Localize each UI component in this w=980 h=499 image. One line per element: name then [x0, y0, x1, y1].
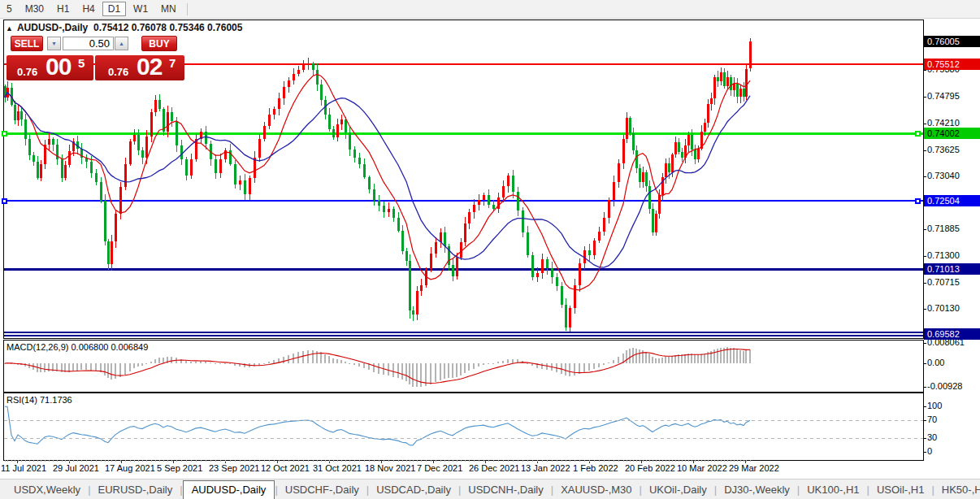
candle: [76, 141, 79, 149]
macd-bar: [239, 363, 241, 367]
date-minor-tick: [379, 460, 379, 462]
candle: [687, 135, 690, 145]
date-minor-tick: [120, 460, 121, 462]
tab-dj30-weekly[interactable]: DJ30-,Weekly: [717, 482, 797, 497]
date-minor-tick: [91, 460, 92, 462]
macd-bar: [124, 363, 126, 375]
rsi-pane[interactable]: [3, 393, 924, 461]
candle: [478, 200, 480, 205]
price-axis-label: 0.73040: [927, 171, 960, 180]
buy-price-display[interactable]: 0.76 02 7: [95, 55, 184, 80]
tab-hk50-h1[interactable]: HK50-,H1: [934, 482, 980, 497]
candle: [464, 223, 466, 241]
candle: [710, 98, 713, 104]
collapse-triangle-icon[interactable]: ▲: [6, 24, 13, 33]
macd-bar: [478, 363, 479, 367]
date-minor-tick: [321, 460, 322, 462]
macd-bar: [574, 363, 575, 375]
macd-bar: [468, 363, 470, 371]
macd-bar: [684, 354, 686, 363]
date-minor-tick: [643, 460, 644, 462]
tab-usdcnh-daily[interactable]: USDCNH-,Daily: [461, 482, 550, 497]
macd-bar: [588, 363, 590, 371]
date-minor-tick: [575, 460, 575, 462]
tab-usoil-h1[interactable]: USOil-,H1: [869, 482, 932, 497]
macd-bar: [40, 363, 41, 372]
date-minor-tick: [398, 460, 399, 462]
macd-bar: [210, 362, 211, 363]
candle: [425, 269, 427, 285]
volume-increase-button[interactable]: ▲: [115, 37, 128, 50]
candle: [373, 189, 375, 200]
macd-axis-tick: [923, 343, 926, 344]
date-minor-tick: [303, 460, 304, 462]
buy-button[interactable]: BUY: [141, 36, 177, 51]
candle: [185, 159, 188, 176]
macd-bar: [378, 363, 379, 374]
macd-bar: [730, 348, 731, 363]
date-minor-tick: [53, 460, 54, 462]
macd-bar: [546, 363, 548, 370]
date-minor-tick: [138, 460, 139, 462]
candle: [328, 115, 331, 129]
tab-xauusd-m30[interactable]: XAUUSD-,M30: [553, 482, 639, 497]
macd-bar: [613, 360, 614, 363]
macd-bar: [302, 351, 304, 363]
chart-stage[interactable]: 0.753800.747950.742100.736250.730400.718…: [0, 0, 980, 499]
macd-bar: [332, 358, 334, 363]
macd-bar: [293, 354, 294, 363]
rsi-axis-label: 70: [927, 414, 937, 424]
tab-uk100-h1[interactable]: UK100-,H1: [800, 482, 866, 497]
volume-decrease-button[interactable]: ▼: [47, 37, 61, 50]
candle: [320, 85, 323, 99]
date-minor-tick: [609, 460, 609, 462]
tab-usdchf-daily[interactable]: USDCHF-,Daily: [278, 482, 366, 497]
date-minor-tick: [240, 460, 241, 462]
candle: [111, 241, 113, 264]
candle: [176, 121, 178, 145]
date-minor-tick: [523, 460, 523, 462]
date-minor-tick: [552, 460, 553, 462]
chart-ohlc-values: 0.75412 0.76078 0.75346 0.76005: [93, 22, 243, 33]
candle: [448, 246, 450, 264]
sell-button[interactable]: SELL: [11, 36, 43, 51]
rsi-axis-tick: [923, 406, 926, 407]
macd-bar: [17, 363, 19, 365]
volume-input[interactable]: 0.50: [63, 37, 114, 50]
date-minor-tick: [740, 460, 741, 462]
date-minor-tick: [744, 460, 744, 462]
date-minor-tick: [96, 460, 97, 462]
tab-usdcad-daily[interactable]: USDCAD-,Daily: [369, 482, 458, 497]
candle: [684, 145, 687, 158]
date-minor-tick: [402, 460, 403, 462]
macd-bar: [107, 363, 109, 378]
macd-bar: [687, 354, 689, 363]
macd-bar: [713, 349, 715, 363]
candle: [507, 176, 510, 186]
candle: [180, 145, 183, 159]
candle: [626, 118, 628, 139]
candle: [288, 80, 290, 87]
chart-title: ▲AUDUSD-,Daily 0.75412 0.76078 0.75346 0…: [6, 22, 242, 33]
sell-price-main: 00: [46, 55, 71, 80]
date-minor-tick: [636, 460, 637, 462]
date-minor-tick: [488, 460, 489, 462]
candle: [739, 89, 742, 97]
date-minor-tick: [746, 460, 747, 462]
candle: [52, 139, 54, 145]
date-axis-label: 20 Feb 2022: [625, 463, 675, 473]
date-minor-tick: [7, 460, 8, 462]
candle: [353, 150, 356, 158]
date-axis-label: 11 Jul 2021: [1, 463, 46, 473]
tab-usdx-weekly[interactable]: USDX,Weekly: [7, 482, 88, 497]
tab-ukoil-daily[interactable]: UKOil-,Daily: [642, 482, 714, 497]
sell-price-display[interactable]: 0.76 00 5: [7, 55, 93, 80]
macd-bar: [363, 363, 365, 368]
date-minor-tick: [5, 460, 6, 462]
macd-bar: [373, 363, 375, 372]
tab-eurusd-daily[interactable]: EURUSD-,Daily: [91, 482, 180, 497]
date-axis-label: 26 Dec 2021: [469, 463, 519, 473]
tab-audusd-daily[interactable]: AUDUSD-,Daily: [183, 480, 275, 499]
macd-bar: [345, 362, 346, 363]
macd-bar: [195, 362, 197, 363]
